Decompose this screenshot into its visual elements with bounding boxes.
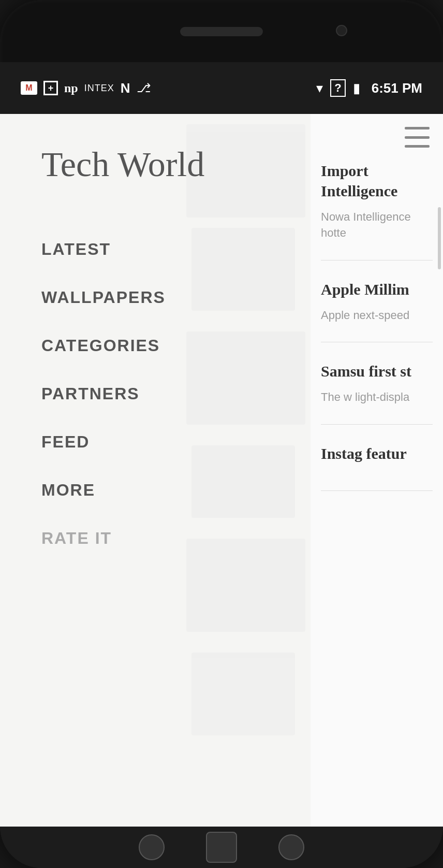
hamburger-line-3: [405, 145, 430, 148]
lock-icon: ?: [330, 79, 345, 97]
back-button[interactable]: [139, 834, 165, 860]
article-item[interactable]: Apple Millim Apple next-speed: [321, 279, 433, 343]
hamburger-line-1: [405, 127, 430, 129]
status-time: 6:51 PM: [372, 80, 422, 96]
drawer-panel: Tech World LATEST WALLPAPERS CATEGORIES …: [0, 114, 311, 827]
intex-icon: INTEX: [84, 83, 114, 94]
article-title: Instag featur: [321, 443, 433, 464]
nav-link-categories[interactable]: CATEGORIES: [41, 336, 160, 355]
nav-link-feed[interactable]: FEED: [41, 432, 90, 451]
nav-link-wallpapers[interactable]: WALLPAPERS: [41, 288, 166, 307]
battery-icon: ▮: [353, 80, 360, 96]
phone-frame: M np INTEX N ⎇ ▾ ? ▮ 6:51 PM: [0, 0, 443, 868]
nav-item-more[interactable]: MORE: [41, 466, 311, 514]
home-button[interactable]: [206, 832, 237, 863]
article-title: Import Intelligence: [321, 161, 433, 201]
hamburger-button[interactable]: [402, 124, 433, 150]
article-item[interactable]: Import Intelligence Nowa Intelligence ho…: [321, 161, 433, 261]
article-title: Samsu first st: [321, 361, 433, 381]
status-bar: M np INTEX N ⎇ ▾ ? ▮ 6:51 PM: [0, 62, 443, 114]
phone-speaker: [180, 27, 263, 36]
status-icons-right: ▾ ? ▮ 6:51 PM: [316, 79, 422, 97]
article-excerpt: Nowa Intelligence hotte: [321, 209, 433, 241]
article-item[interactable]: Samsu first st The w light-displa: [321, 361, 433, 425]
app-title: Tech World: [41, 145, 311, 184]
content-panel: Import Intelligence Nowa Intelligence ho…: [311, 114, 443, 827]
nav-item-rate-it[interactable]: RATE IT: [41, 514, 311, 562]
article-excerpt: Apple next-speed: [321, 308, 433, 324]
nav-item-wallpapers[interactable]: WALLPAPERS: [41, 273, 311, 322]
nav-link-partners[interactable]: PARTNERS: [41, 384, 140, 403]
articles-list: Import Intelligence Nowa Intelligence ho…: [311, 114, 443, 520]
n-icon: N: [121, 80, 130, 96]
usb-icon: ⎇: [137, 81, 151, 95]
nav-link-more[interactable]: MORE: [41, 481, 95, 499]
nav-item-categories[interactable]: CATEGORIES: [41, 322, 311, 370]
nav-link-latest[interactable]: LATEST: [41, 240, 111, 258]
plus-box-icon: [43, 81, 58, 95]
hamburger-line-2: [405, 136, 430, 139]
main-screen: Tech World LATEST WALLPAPERS CATEGORIES …: [0, 114, 443, 827]
phone-bottom-bar: [0, 827, 443, 868]
article-excerpt: The w light-displa: [321, 389, 433, 406]
article-item[interactable]: Instag featur: [321, 443, 433, 491]
nav-item-feed[interactable]: FEED: [41, 418, 311, 466]
scroll-indicator: [438, 207, 441, 269]
drawer-content: Tech World LATEST WALLPAPERS CATEGORIES …: [0, 114, 311, 583]
recents-button[interactable]: [278, 834, 304, 860]
nav-item-latest[interactable]: LATEST: [41, 225, 311, 273]
nav-link-rate-it[interactable]: RATE IT: [41, 529, 112, 547]
nav-item-partners[interactable]: PARTNERS: [41, 370, 311, 418]
nav-menu: LATEST WALLPAPERS CATEGORIES PARTNERS FE…: [41, 225, 311, 562]
wifi-icon: ▾: [316, 80, 323, 96]
status-icons-left: M np INTEX N ⎇: [21, 80, 151, 96]
np-icon: np: [64, 81, 78, 95]
phone-camera: [336, 25, 347, 36]
gmail-icon: M: [21, 81, 37, 95]
article-title: Apple Millim: [321, 279, 433, 299]
